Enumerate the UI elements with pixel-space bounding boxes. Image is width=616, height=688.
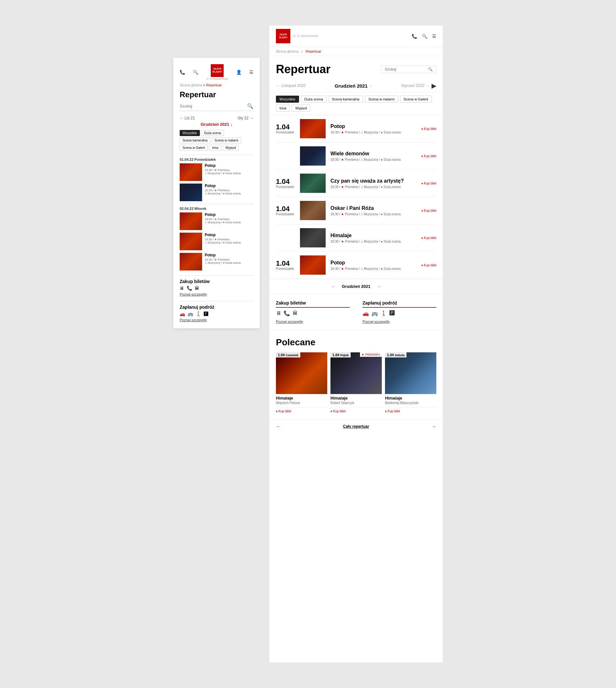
page-title: Repertuar (276, 63, 330, 76)
next-month-bottom[interactable]: → (377, 284, 381, 289)
premiere-badge: ★ PREMIERA (360, 352, 382, 357)
cursor-indicator: ▶ (432, 82, 436, 89)
filter-wyjazd[interactable]: Wyjazd (292, 105, 310, 112)
event-meta: 18:30 / ★ Premiera / ♫ Muzyczny / ● Duża… (330, 185, 416, 189)
event-title: Czy pan się uważa za artystę? (330, 178, 416, 184)
bus-icon: 🚌 (188, 311, 193, 316)
polecane-card: 1.04 Czwartek Himalaje Wojciech Pokora ♦… (276, 352, 327, 413)
mobile-zakup-link[interactable]: Poznaj szczegóły (180, 292, 254, 296)
filter-malarni[interactable]: Scena w malarni (365, 95, 398, 103)
search-icon[interactable]: 🔍 (422, 34, 427, 39)
search-submit-icon[interactable]: 🔍 (428, 67, 433, 71)
list-item: Potop 18:30 / ★ Premiera♫ Muzyczny / ● D… (180, 184, 254, 201)
mobile-filter-galerii[interactable]: Scena w Galerii (180, 145, 208, 151)
menu-icon[interactable]: ☰ (432, 34, 436, 39)
polecane-date-badge: 1.04 Sobota (385, 352, 406, 358)
bottom-nav: ← Cały repertuar → (269, 420, 443, 433)
buy-ticket-button[interactable]: ♦ Kup bilet (421, 154, 436, 158)
buy-ticket-button[interactable]: ♦ Kup bilet (421, 209, 436, 212)
mobile-next-month[interactable]: Sty 22 → (238, 116, 254, 120)
polecane-image (276, 352, 327, 394)
polecane-image (330, 352, 382, 394)
prev-month[interactable]: ← Listopad 2020 (276, 83, 305, 88)
zakup-section: Zakup biletów 🖥 📞 🏛 Poznaj szczegóły (276, 300, 350, 324)
polecane-title: Polecane (276, 337, 436, 347)
mobile-filters: Wszystkie Duża scena Scena kameralna Sce… (180, 130, 254, 151)
event-thumbnail (180, 233, 202, 250)
buy-ticket-button[interactable]: ♦ Kup bilet (421, 127, 436, 131)
list-item: Potop 18:30 / ★ Premiera♫ Muzyczny / ● D… (180, 163, 254, 181)
filter-kameralna[interactable]: Scena kameralna (329, 95, 363, 103)
next-month[interactable]: Styczeń 2022 → (401, 83, 430, 88)
car-icon: 🚗 (180, 311, 185, 316)
phone2-icon: 📞 (187, 286, 192, 291)
buy-ticket-button[interactable]: ♦ Kup bilet (421, 236, 436, 240)
mobile-current-month[interactable]: Grudzień 2021 ↓ (180, 122, 254, 127)
event-thumbnail (300, 146, 326, 166)
phone-icon[interactable]: 📞 (180, 70, 185, 75)
list-item: Potop 18:30 / ★ Premiera♫ Muzyczny / ● D… (180, 233, 254, 250)
prev-month-label: Listopad 2020 (281, 83, 305, 88)
breadcrumb-home-mobile[interactable]: Strona główna (180, 83, 202, 87)
prev-repertuar-arrow[interactable]: ← (276, 424, 281, 429)
event-meta: 18:30 / ★ Premiera / ♫ Muzyczny / ● Duża… (330, 212, 416, 216)
filters-bar: Wszystkie Duża scena Scena kameralna Sce… (269, 92, 443, 115)
mobile-filter-inna[interactable]: Inna (209, 145, 221, 151)
events-list: 1.04 Poniedziałek Potop 18:30 / ★ Premie… (269, 115, 443, 279)
mobile-filter-malarni[interactable]: Scena w malarni (212, 137, 241, 144)
polecane-buy-button[interactable]: ♦ Kup bilet (385, 407, 436, 413)
event-thumbnail (300, 119, 326, 138)
filter-duza[interactable]: Duża scena (301, 95, 327, 103)
next-month-arrow: → (426, 83, 430, 88)
event-title: Potop (330, 260, 416, 266)
current-month[interactable]: Grudzień 2021 ↓ (335, 83, 372, 89)
next-repertuar-arrow[interactable]: → (431, 424, 436, 429)
prev-month-bottom[interactable]: ← (331, 284, 336, 289)
zaplanuj-title: Zaplanuj podróż (362, 300, 436, 308)
search-input[interactable] (385, 67, 426, 71)
zakup-link[interactable]: Poznaj szczegóły (276, 320, 303, 323)
phone-icon[interactable]: 📞 (412, 34, 417, 39)
logo-area: TEATRŚLĄSKI im. St. Wyspiańskiego (276, 29, 318, 43)
mobile-filter-all[interactable]: Wszystkie (180, 130, 200, 136)
month-dropdown-arrow: ↓ (370, 83, 372, 88)
event-date: 1.04 Poniedziałek (276, 178, 295, 189)
mobile-prev-month[interactable]: ← Lis 21 (180, 116, 195, 120)
table-row: Wiele demonów 18:30 / ★ Premiera / ♫ Muz… (276, 143, 436, 170)
buy-ticket-button[interactable]: ♦ Kup bilet (421, 181, 436, 185)
polecane-buy-button[interactable]: ♦ Kup bilet (276, 407, 327, 413)
filter-all[interactable]: Wszystkie (276, 95, 299, 103)
table-row: 1.04 Poniedziałek Potop 18:30 / ★ Premie… (276, 115, 436, 143)
mobile-filter-duza[interactable]: Duża scena (201, 130, 224, 136)
event-title: Potop (330, 124, 416, 129)
breadcrumb-home[interactable]: Strona główna (276, 49, 299, 53)
mobile-filter-kameralna[interactable]: Scena kameralna (180, 137, 211, 144)
mobile-zaplanuj-link[interactable]: Poznaj szczegóły (180, 318, 254, 322)
event-thumbnail (300, 255, 326, 275)
event-meta: 18:30 / ★ Premiera / ♫ Muzyczny / ● Duża… (330, 267, 416, 271)
filter-inna[interactable]: Inna (276, 105, 290, 112)
prev-month-arrow: ← (276, 83, 280, 88)
person-icon-mobile[interactable]: 👤 (236, 70, 242, 75)
polecane-date-badge: 1.04 Piątek (330, 352, 351, 358)
mobile-filter-wyjazd[interactable]: Wyjazd (223, 145, 239, 151)
search-box: 🔍 (381, 65, 436, 73)
mobile-logo: TEATRŚLĄSKI im. St. Wyspiańskiego (206, 64, 228, 80)
search-icon-mobile[interactable]: 🔍 (193, 70, 198, 75)
full-repertuar-link[interactable]: Cały repertuar (281, 424, 431, 429)
event-details: Potop 18:30 / ★ Premiera / ♫ Muzyczny / … (330, 124, 416, 134)
info-sections: Zakup biletów 🖥 📞 🏛 Poznaj szczegóły Zap… (269, 294, 443, 331)
mobile-search-input[interactable] (180, 104, 247, 108)
event-meta: 18:30 / ★ Premiera / ♫ Muzyczny / ● Duża… (330, 240, 416, 243)
menu-icon-mobile[interactable]: ☰ (249, 70, 254, 75)
filter-galerii[interactable]: Scena w Galerii (400, 95, 432, 103)
event-thumbnail (300, 201, 326, 220)
buy-ticket-button[interactable]: ♦ Kup bilet (421, 263, 436, 267)
zaplanuj-link[interactable]: Poznaj szczegóły (362, 320, 390, 323)
search-icon-mobile2[interactable]: 🔍 (247, 103, 254, 109)
table-row: Himalaje 18:30 / ★ Premiera / ♫ Muzyczny… (276, 224, 436, 252)
list-item: Potop 18:30 / ★ Premiera♫ Muzyczny / ● D… (180, 253, 254, 271)
polecane-card-author: Wojciech Pokora (276, 401, 327, 405)
polecane-buy-button[interactable]: ♦ Kup bilet (330, 407, 382, 413)
polecane-card: 1.04 Piątek ★ PREMIERA Himalaje Robert T… (330, 352, 382, 413)
